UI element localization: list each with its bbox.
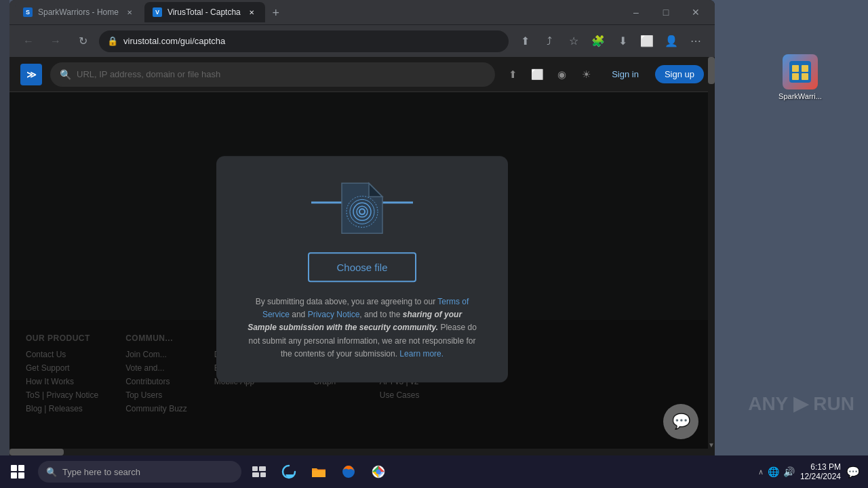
speaker-icon: 🔊 [783, 466, 795, 477]
task-view-button[interactable] [244, 457, 274, 487]
browser-tabs: S SparkWarriors - Home ✕ V VirusTotal - … [15, 2, 620, 22]
tab-sparkwarriors[interactable]: S SparkWarriors - Home ✕ [15, 2, 143, 22]
tab-virustotal-favicon: V [153, 7, 162, 17]
notification-icon[interactable]: 💬 [846, 466, 860, 479]
horizontal-scrollbar[interactable] [9, 449, 708, 455]
back-button[interactable]: ← [18, 30, 39, 52]
h-scrollbar-thumb[interactable] [9, 449, 64, 455]
upload-nav-icon[interactable]: ⬆ [503, 65, 522, 84]
anyrun-watermark: ANY ▶ RUN [748, 392, 854, 415]
upload-modal: Choose file By submitting data above, yo… [216, 156, 508, 382]
profile-icon[interactable]: 👤 [660, 30, 682, 52]
tab-sparkwarriors-close[interactable]: ✕ [124, 7, 135, 18]
terms-text: By submitting data above, you are agreei… [247, 296, 477, 361]
desktop: SparkWarri... ANY ▶ RUN S SparkWarriors … [0, 0, 868, 455]
browser-window: S SparkWarriors - Home ✕ V VirusTotal - … [9, 0, 715, 455]
vt-search-placeholder: URL, IP address, domain or file hash [77, 69, 220, 79]
svg-rect-10 [252, 466, 258, 471]
download-to-icon[interactable]: ⬆ [514, 30, 536, 52]
refresh-button[interactable]: ↻ [72, 30, 94, 52]
forward-button[interactable]: → [45, 30, 66, 52]
toolbar-icons: ⬆ ⤴ ☆ 🧩 ⬇ ⬜ 👤 ⋯ [514, 30, 707, 52]
scrollbar-bottom-arrow[interactable]: ▼ [708, 441, 715, 449]
taskbar-search[interactable]: 🔍 Type here to search [38, 461, 241, 483]
tray-chevron[interactable]: ∧ [758, 468, 764, 476]
lock-icon: 🔒 [107, 36, 118, 46]
scrollbar-thumb[interactable] [708, 57, 715, 84]
upload-icon-container [325, 178, 399, 239]
favorites-icon[interactable]: ☆ [563, 30, 585, 52]
vt-navbar: ≫ 🔍 URL, IP address, domain or file hash… [9, 57, 715, 92]
svg-rect-1 [792, 65, 799, 72]
browser-window-controls: – □ ✕ [623, 3, 709, 22]
terms-middle: , and to the [359, 310, 402, 320]
history-nav-icon[interactable]: ◉ [552, 65, 571, 84]
privacy-notice-link[interactable]: Privacy Notice [308, 310, 360, 320]
system-tray: ∧ 🌐 🔊 [758, 466, 795, 477]
taskbar-search-icon: 🔍 [46, 467, 57, 477]
virustotal-page: ≫ 🔍 URL, IP address, domain or file hash… [9, 57, 715, 455]
page-with-overlay: Our product Contact Us Get Support How I… [9, 92, 715, 455]
network-icon: 🌐 [768, 466, 779, 477]
terms-and: and [290, 310, 308, 320]
browser-addressbar: ← → ↻ 🔒 virustotal.com/gui/captcha ⬆ ⤴ ☆… [9, 24, 715, 57]
taskbar-edge-icon[interactable] [274, 457, 304, 487]
taskbar-folder-icon[interactable] [304, 457, 334, 487]
vt-nav-icons: ⬆ ⬜ ◉ ☀ [503, 65, 595, 84]
file-upload-icon [338, 180, 386, 236]
downloads-icon[interactable]: ⬇ [612, 30, 633, 52]
taskbar-time-display: 6:13 PM [800, 462, 841, 472]
svg-point-17 [376, 470, 381, 474]
windows-logo-icon [11, 465, 24, 479]
taskbar-chrome-icon[interactable] [363, 457, 393, 487]
desktop-icon-label: SparkWarri... [778, 92, 822, 100]
address-bar[interactable]: 🔒 virustotal.com/gui/captcha [99, 30, 509, 52]
browse-nav-icon[interactable]: ⬜ [528, 65, 547, 84]
maximize-button[interactable]: □ [652, 3, 679, 22]
chat-button[interactable]: 💬 [663, 404, 698, 439]
sign-up-button[interactable]: Sign up [655, 65, 704, 83]
desktop-icon-image [783, 54, 818, 89]
page-content: ≫ 🔍 URL, IP address, domain or file hash… [9, 57, 715, 455]
browser-titlebar: S SparkWarriors - Home ✕ V VirusTotal - … [9, 0, 715, 24]
browser-view-icon[interactable]: ⬜ [636, 30, 658, 52]
desktop-icon-sparkwarriors[interactable]: SparkWarri... [773, 54, 827, 100]
new-tab-button[interactable]: + [267, 3, 285, 22]
minimize-button[interactable]: – [623, 3, 650, 22]
terms-prefix: By submitting data above, you are agreei… [256, 297, 438, 306]
taskbar-right: ∧ 🌐 🔊 6:13 PM 12/24/2024 💬 [758, 462, 868, 481]
tab-virustotal-title: VirusTotal - Captcha [167, 7, 241, 17]
tab-sparkwarriors-favicon: S [23, 7, 33, 17]
svg-rect-13 [260, 472, 266, 477]
start-button[interactable] [0, 455, 35, 488]
vertical-scrollbar[interactable]: ▼ [708, 57, 715, 455]
win-left-partial [0, 0, 9, 455]
svg-rect-3 [792, 73, 799, 80]
close-button[interactable]: ✕ [682, 3, 709, 22]
taskbar-firefox-icon[interactable] [334, 457, 363, 487]
theme-nav-icon[interactable]: ☀ [576, 65, 595, 84]
svg-rect-11 [259, 466, 266, 471]
svg-rect-2 [802, 65, 808, 72]
extensions-icon[interactable]: 🧩 [587, 30, 609, 52]
menu-icon[interactable]: ⋯ [685, 30, 707, 52]
taskbar-date-display: 12/24/2024 [800, 472, 841, 481]
tab-virustotal[interactable]: V VirusTotal - Captcha ✕ [144, 2, 265, 22]
sign-in-button[interactable]: Sign in [604, 65, 647, 83]
taskbar: 🔍 Type here to search [0, 455, 868, 488]
choose-file-button[interactable]: Choose file [308, 252, 416, 282]
virustotal-logo: ≫ [20, 64, 42, 85]
share-icon[interactable]: ⤴ [538, 30, 560, 52]
taskbar-search-text: Type here to search [62, 467, 140, 477]
tab-sparkwarriors-title: SparkWarriors - Home [38, 7, 119, 17]
learn-more-link[interactable]: Learn more. [399, 349, 443, 359]
vt-search-bar[interactable]: 🔍 URL, IP address, domain or file hash [50, 62, 495, 87]
search-icon: 🔍 [60, 69, 71, 80]
svg-rect-12 [252, 472, 259, 477]
address-url: virustotal.com/gui/captcha [123, 36, 500, 46]
taskbar-clock[interactable]: 6:13 PM 12/24/2024 [800, 462, 841, 481]
svg-rect-4 [802, 73, 808, 80]
tab-virustotal-close[interactable]: ✕ [246, 7, 257, 18]
